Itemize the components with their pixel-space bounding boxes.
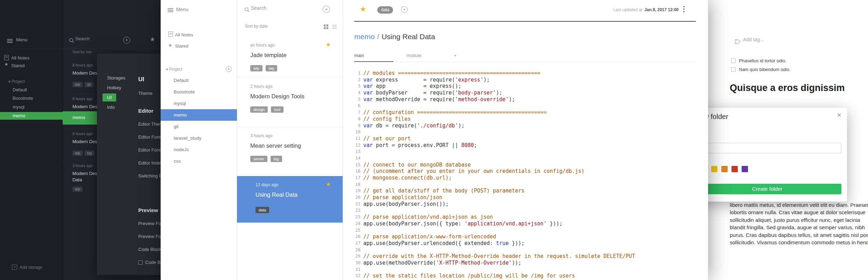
line-number: 27	[348, 240, 360, 247]
folder-name-input[interactable]	[693, 143, 841, 153]
tag-pill: tag	[266, 65, 277, 71]
sidebar-item-all-notes[interactable]: All Notes	[11, 55, 29, 61]
new-folder-button[interactable]: +	[226, 66, 232, 72]
list-view-icon[interactable]	[332, 24, 337, 30]
note-list-item[interactable]: 3 hours agoMean server settingservertag	[237, 127, 343, 176]
paragraph-line: libero mattis metus, id elementum velit …	[730, 201, 868, 209]
tag-pill: tag	[85, 150, 94, 156]
sidebar-item-starred[interactable]: Stared	[175, 43, 188, 49]
tag-pill: wip	[250, 65, 262, 71]
menu-label[interactable]: Menu	[176, 7, 188, 12]
new-note-button[interactable]: +	[123, 37, 130, 44]
line-number: 16	[348, 168, 360, 175]
sidebar-folder-css[interactable]: css	[161, 155, 237, 167]
sidebar-folder-laravel_study[interactable]: laravel_study	[161, 132, 237, 144]
dark-sidebar-folder-memo[interactable]: memo	[0, 112, 63, 120]
add-tag-button[interactable]: +	[401, 6, 408, 13]
line-number: 21	[348, 201, 360, 208]
menu-label[interactable]: Menu	[16, 37, 28, 42]
hamburger-icon[interactable]	[7, 38, 13, 44]
tag-pill: tool	[271, 106, 284, 113]
note-title: memo/Using Real Data	[354, 33, 435, 41]
line-number: 17	[348, 175, 360, 181]
code-line: 25	[348, 227, 705, 234]
code-line: 1// modules ============================…	[348, 70, 705, 77]
star-icon[interactable]: ★	[150, 36, 155, 43]
code-line: 8// config files	[348, 116, 705, 122]
sidebar-item-all-notes[interactable]: All Notes	[175, 32, 193, 37]
code-line: 31	[348, 266, 705, 273]
checkbox[interactable]	[731, 67, 736, 72]
note-tags: wipgit	[72, 82, 93, 87]
all-notes-icon	[4, 55, 9, 62]
folder-color-swatch[interactable]	[732, 166, 738, 172]
tag-icon	[735, 39, 741, 46]
note-tags: wiptag	[250, 65, 277, 71]
line-number: 6	[348, 103, 360, 109]
create-folder-button[interactable]: Create folder	[693, 184, 841, 194]
star-toggle-icon[interactable]: ★	[360, 5, 366, 13]
hamburger-icon[interactable]	[168, 7, 173, 14]
note-list-item[interactable]: 2 hours agoModern Design Toolsdesigntool	[237, 77, 343, 127]
new-note-button[interactable]: +	[323, 6, 330, 13]
star-icon: ★	[326, 41, 331, 48]
checkbox-row[interactable]: Phasellus id tortor odio.	[731, 58, 786, 63]
sort-dropdown[interactable]: Sort by date	[245, 24, 268, 29]
sidebar-item-starred[interactable]: Stared	[11, 63, 24, 68]
sidebar-folder-mysql[interactable]: mysql	[161, 98, 237, 109]
line-number: 28	[348, 247, 360, 253]
folder-color-swatch[interactable]	[742, 166, 748, 172]
code-line: 20// parse application/json	[348, 194, 705, 201]
note-tag-badge[interactable]: data	[377, 6, 393, 14]
note-list-item[interactable]: an hours ago★Jade templatewiptag	[237, 36, 343, 77]
search-input[interactable]	[251, 5, 310, 11]
project-section-label[interactable]: ▾ Project	[166, 67, 182, 72]
last-updated: Last updated atJan.9, 2017 12:00	[539, 7, 679, 12]
line-number: 23	[348, 214, 360, 220]
grid-view-icon[interactable]	[324, 24, 328, 30]
settings-tab-ui[interactable]: UI	[103, 93, 116, 102]
note-list-item[interactable]: 12 days ago★Using Real Datadata	[237, 176, 343, 223]
code-editor[interactable]: 1// modules ============================…	[348, 70, 705, 279]
checkbox[interactable]	[138, 260, 142, 265]
note-title: Modern Design Tools	[250, 93, 304, 100]
sort-dropdown[interactable]: Sort by xxx	[72, 50, 91, 54]
folder-color-swatch[interactable]	[721, 166, 728, 172]
note-tags: data	[255, 207, 269, 213]
settings-tab-storages[interactable]: Storages	[103, 74, 130, 82]
code-line: 27app.use(bodyParser.urlencoded({ extend…	[348, 240, 705, 247]
checkbox-row[interactable]: Nam quis bibendum odio.	[731, 67, 790, 72]
settings-tab-info[interactable]: Info	[103, 103, 119, 111]
sidebar-folder-nodeJs[interactable]: nodeJs	[161, 144, 237, 155]
dark-sidebar-folder-mysql[interactable]: mysql	[0, 103, 63, 111]
dark-sidebar-folder-Boostnote[interactable]: Boostnote	[0, 94, 63, 102]
checkbox-label: Nam quis bibendum odio.	[739, 67, 790, 72]
breadcrumb-folder[interactable]: memo	[354, 33, 374, 41]
dark-sidebar-folder-Default[interactable]: Default	[0, 86, 63, 94]
note-time: 12 days ago	[255, 182, 278, 187]
more-menu-icon[interactable]	[683, 6, 685, 13]
sidebar-folder-memo[interactable]: memo	[161, 109, 237, 121]
note-tags: servertag	[250, 156, 282, 162]
divider	[343, 0, 343, 280]
sidebar-folder-git[interactable]: git	[161, 121, 237, 132]
code-line: 14	[348, 155, 705, 162]
code-line: 17// mongoose.connect(db.url);	[348, 175, 705, 181]
search-input[interactable]	[75, 36, 114, 41]
document-heading: Quisque a eros dignissim	[730, 83, 845, 93]
close-icon[interactable]: ×	[837, 111, 841, 120]
divider	[354, 21, 696, 22]
new-tab-button[interactable]: +	[454, 50, 462, 62]
tab-main[interactable]: main	[354, 50, 393, 62]
note-time: 8 hours ago	[72, 97, 93, 101]
sidebar-folder-Default[interactable]: Default	[161, 75, 237, 86]
add-tag-input[interactable]	[743, 37, 813, 42]
settings-tab-hotkey[interactable]: Hotkey	[103, 84, 126, 92]
new-folder-dialog: New folder × Create folder	[687, 108, 847, 202]
tab-module[interactable]: module	[406, 50, 441, 62]
folder-color-swatch[interactable]	[711, 166, 718, 172]
sidebar-folder-Boostnote[interactable]: Boostnote	[161, 86, 237, 98]
checkbox[interactable]	[731, 58, 736, 63]
project-section-label[interactable]: ▾ Project	[8, 79, 25, 84]
add-storage-button[interactable]: Add storage	[20, 265, 42, 270]
